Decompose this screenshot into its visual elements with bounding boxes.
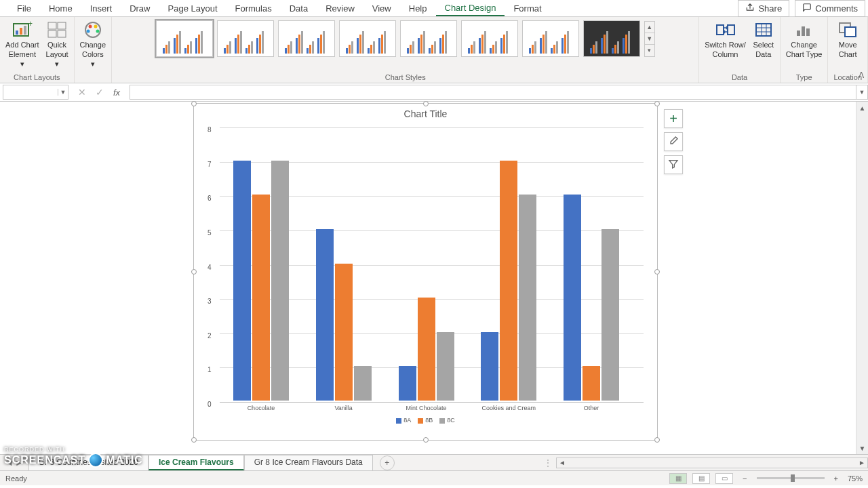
bar[interactable] (601, 229, 619, 401)
zoom-out-button[interactable]: − (738, 474, 751, 483)
bar[interactable] (233, 161, 251, 401)
chart-style-thumb-6[interactable] (461, 20, 518, 57)
change-colors-button[interactable]: Change Colors ▾ (80, 20, 106, 68)
sheet-tab[interactable]: Ice Cream Flavours (149, 455, 244, 470)
vertical-scrollbar[interactable]: ▲ ▼ (856, 102, 868, 454)
bar[interactable] (437, 332, 454, 401)
svg-rect-3 (24, 26, 26, 35)
comments-button[interactable]: Comments (795, 0, 865, 17)
chart-object[interactable]: + Chart Title 012345678ChocolateVanillaM… (193, 103, 658, 441)
zoom-in-button[interactable]: + (830, 474, 842, 483)
select-data-button[interactable]: Select Data (753, 20, 774, 60)
svg-rect-23 (806, 28, 810, 36)
gallery-more-button[interactable]: ▾ (645, 45, 654, 56)
tab-formulas[interactable]: Formulas (226, 1, 281, 16)
bar[interactable] (335, 264, 353, 401)
bar[interactable] (252, 195, 270, 401)
legend-item[interactable]: 8B (418, 417, 433, 424)
chart-elements-button[interactable]: + (664, 109, 683, 128)
bar[interactable] (316, 229, 334, 401)
view-normal-button[interactable]: ▦ (669, 473, 687, 484)
tab-nav-next[interactable]: ► (15, 458, 23, 468)
add-chart-element-button[interactable]: + Add Chart Element ▾ (5, 20, 39, 68)
cancel-formula-icon[interactable]: ✕ (78, 87, 86, 98)
chart-style-thumb-5[interactable] (400, 20, 457, 57)
svg-rect-8 (58, 30, 66, 37)
zoom-slider[interactable] (757, 477, 825, 479)
enter-formula-icon[interactable]: ✓ (96, 87, 104, 98)
sheet-tab[interactable]: Gr 8 Countries Visited 2020 (28, 455, 149, 470)
tab-review[interactable]: Review (317, 1, 363, 16)
legend-item[interactable]: 8A (396, 417, 411, 424)
palette-icon (82, 20, 104, 39)
chart-legend[interactable]: 8A8B8C (194, 417, 657, 424)
view-page-break-button[interactable]: ▭ (715, 473, 733, 484)
horizontal-scrollbar[interactable]: ◄ ► (556, 458, 868, 468)
tab-format[interactable]: Format (505, 1, 550, 16)
change-chart-type-button[interactable]: Change Chart Type (786, 20, 823, 60)
bar[interactable] (481, 332, 498, 401)
x-category-label: Vanilla (335, 405, 353, 411)
bar[interactable] (418, 298, 435, 401)
quick-layout-button[interactable]: Quick Layout ▾ (46, 20, 68, 68)
chart-style-thumb-3[interactable] (278, 20, 335, 57)
hscroll-right[interactable]: ► (856, 459, 867, 466)
tab-nav-prev[interactable]: ◄ (5, 458, 14, 468)
tab-draw[interactable]: Draw (121, 1, 159, 16)
zoom-level[interactable]: 75% (848, 474, 863, 483)
name-box-input[interactable] (3, 87, 58, 97)
tab-file[interactable]: File (8, 1, 40, 16)
svg-point-10 (88, 25, 92, 28)
move-chart-button[interactable]: Move Chart (837, 20, 859, 60)
new-sheet-button[interactable]: + (380, 455, 395, 470)
share-button[interactable]: Share (738, 0, 789, 17)
ribbon: + Add Chart Element ▾ Quick Layout ▾ Cha… (0, 17, 868, 83)
bar[interactable] (583, 366, 600, 401)
chart-style-thumb-2[interactable] (217, 20, 274, 57)
tab-page-layout[interactable]: Page Layout (159, 1, 226, 16)
comment-icon (802, 3, 812, 14)
chart-styles-button[interactable] (664, 132, 683, 151)
y-tick: 5 (208, 228, 212, 236)
bar[interactable] (271, 161, 289, 401)
scroll-up-button[interactable]: ▲ (856, 102, 868, 114)
bar[interactable] (399, 366, 416, 401)
name-box[interactable]: ▼ (3, 85, 68, 100)
chart-filters-button[interactable] (664, 155, 683, 174)
bar[interactable] (519, 195, 536, 401)
tab-home[interactable]: Home (40, 1, 81, 16)
y-tick: 3 (208, 298, 212, 305)
insert-function-icon[interactable]: fx (113, 87, 120, 98)
svg-rect-2 (20, 28, 22, 35)
sheet-canvas[interactable]: + Chart Title 012345678ChocolateVanillaM… (0, 102, 856, 454)
gallery-down-button[interactable]: ▼ (645, 33, 654, 45)
menu-bar: File Home Insert Draw Page Layout Formul… (0, 0, 868, 17)
legend-item[interactable]: 8C (439, 417, 455, 424)
plot-area[interactable]: 012345678ChocolateVanillaMint ChocolateC… (208, 127, 644, 401)
expand-formula-bar-button[interactable]: ▼ (856, 85, 868, 100)
name-box-dropdown[interactable]: ▼ (58, 89, 68, 96)
collapse-ribbon-button[interactable]: ᐱ (859, 70, 864, 80)
sheet-tab[interactable]: Gr 8 Ice Cream Flavours Data (244, 455, 373, 470)
chart-style-thumb-8[interactable] (583, 20, 640, 57)
chart-style-thumb-7[interactable] (522, 20, 579, 57)
switch-row-column-button[interactable]: Switch Row/ Column (705, 20, 746, 60)
filter-icon (668, 159, 679, 171)
select-data-icon (753, 20, 774, 39)
tab-chart-design[interactable]: Chart Design (436, 1, 505, 16)
tab-data[interactable]: Data (281, 1, 317, 16)
gallery-up-button[interactable]: ▲ (645, 22, 654, 33)
hscroll-left[interactable]: ◄ (557, 459, 568, 466)
worksheet-area: + Chart Title 012345678ChocolateVanillaM… (0, 102, 868, 454)
tab-view[interactable]: View (363, 1, 400, 16)
view-page-layout-button[interactable]: ▤ (692, 473, 710, 484)
bar[interactable] (354, 366, 372, 401)
scroll-down-button[interactable]: ▼ (856, 442, 868, 454)
bar[interactable] (500, 161, 517, 401)
tab-help[interactable]: Help (400, 1, 436, 16)
formula-input[interactable] (130, 85, 856, 100)
tab-insert[interactable]: Insert (81, 1, 121, 16)
chart-style-thumb-1[interactable] (156, 20, 213, 57)
bar[interactable] (564, 195, 581, 401)
chart-style-thumb-4[interactable] (339, 20, 396, 57)
